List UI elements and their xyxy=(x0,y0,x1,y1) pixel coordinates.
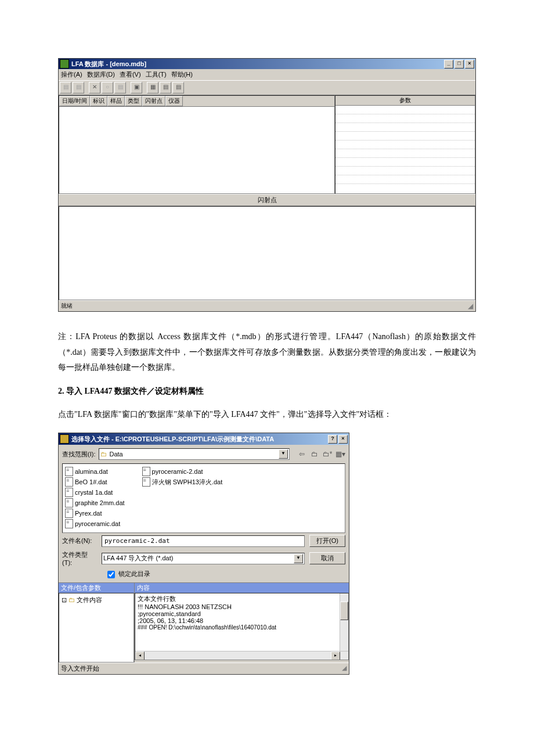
file-item[interactable]: graphite 2mm.dat xyxy=(65,498,125,508)
col-shot[interactable]: 闪射点 xyxy=(142,96,165,106)
tool-btn-4[interactable]: ○ xyxy=(102,82,113,93)
file-icon xyxy=(65,509,73,518)
filetype-label: 文件类型(T): xyxy=(62,550,97,566)
content-preview[interactable]: 文本文件行数 !!! NANOFLASH 2003 NETZSCH ;pyroc… xyxy=(135,593,349,660)
scroll-right-icon[interactable]: ▸ xyxy=(331,651,340,660)
cancel-button[interactable]: 取消 xyxy=(309,552,345,564)
left-list-pane[interactable]: 日期/时间 标识 样品 类型 闪射点 仪器 xyxy=(59,95,335,194)
maximize-button[interactable]: □ xyxy=(454,60,464,69)
lock-dir-label: 锁定此目录 xyxy=(118,571,150,578)
status-text: 就绪 xyxy=(61,302,73,310)
dlg-statusbar: 导入文件开始 ◢ xyxy=(59,663,349,674)
open-button[interactable]: 打开(O) xyxy=(309,535,345,547)
file-item[interactable]: alumina.dat xyxy=(65,466,125,477)
tool-btn-6[interactable]: ▣ xyxy=(131,82,142,93)
nav-back-icon[interactable]: ⇦ xyxy=(297,449,307,459)
titlebar[interactable]: LFA 数据库 - [demo.mdb] _ □ × xyxy=(59,59,475,69)
chevron-down-icon[interactable]: ▼ xyxy=(279,449,288,459)
scroll-left-icon[interactable]: ◂ xyxy=(135,651,145,660)
window-title: LFA 数据库 - [demo.mdb] xyxy=(71,60,444,69)
menubar: 操作(A) 数据库(D) 查看(V) 工具(T) 帮助(H) xyxy=(59,69,475,80)
filename-label: 文件名(N): xyxy=(62,537,97,545)
menu-help[interactable]: 帮助(H) xyxy=(171,70,193,79)
col-type[interactable]: 类型 xyxy=(125,96,142,106)
dlg-status-text: 导入文件开始 xyxy=(61,664,99,673)
resize-grip[interactable]: ◢ xyxy=(468,302,473,310)
folder-icon: 🗀 xyxy=(68,596,75,603)
file-item[interactable]: crystal 1a.dat xyxy=(65,487,125,498)
chevron-down-icon[interactable]: ▼ xyxy=(294,554,303,563)
help-button[interactable]: ? xyxy=(328,435,337,444)
lookin-value: Data xyxy=(109,451,122,458)
instruction-paragraph: 点击"LFA 数据库"窗口的"数据库"菜单下的"导入 LFA447 文件"，弹出… xyxy=(58,407,476,423)
folder-icon: 🗀 xyxy=(100,451,107,458)
lfa-db-window: LFA 数据库 - [demo.mdb] _ □ × 操作(A) 数据库(D) … xyxy=(58,58,476,312)
import-file-dialog: 选择导入文件 - E:\CPROTEUSHELP-SCRIPT\LFA\示例测量… xyxy=(58,433,349,675)
col-datetime[interactable]: 日期/时间 xyxy=(59,96,90,106)
file-item[interactable]: pyroceramic.dat xyxy=(65,519,125,529)
section-heading-2: 2. 导入 LFA447 数据文件／设定材料属性 xyxy=(58,386,476,397)
lookin-label: 查找范围(I): xyxy=(62,450,95,459)
tool-btn-7[interactable]: ▦ xyxy=(147,82,158,93)
detail-pane[interactable] xyxy=(59,206,475,300)
app-icon xyxy=(60,59,69,69)
file-icon xyxy=(65,477,73,487)
dlg-close-button[interactable]: × xyxy=(338,435,348,444)
resize-grip[interactable]: ◢ xyxy=(342,664,347,673)
file-item[interactable]: pyroceramic-2.dat xyxy=(142,466,223,477)
shot-label: 闪射点 xyxy=(59,194,475,206)
filename-input[interactable]: pyroceramic-2.dat xyxy=(102,535,305,547)
tool-delete[interactable]: ✕ xyxy=(89,82,100,93)
close-button[interactable]: × xyxy=(465,60,474,69)
toolbar: ▤ ▤ ✕ ○ ▤ ▣ ▦ ▤ ▤ xyxy=(59,80,475,95)
file-icon xyxy=(65,519,73,528)
file-item[interactable]: Pyrex.dat xyxy=(65,508,125,519)
file-tree[interactable]: ⊡ 🗀 文件内容 xyxy=(59,593,134,663)
file-icon xyxy=(65,488,73,497)
col-instrument[interactable]: 仪器 xyxy=(165,96,183,106)
col-sample[interactable]: 样品 xyxy=(107,96,125,106)
menu-action[interactable]: 操作(A) xyxy=(61,70,82,79)
menu-database[interactable]: 数据库(D) xyxy=(87,70,115,79)
file-list[interactable]: alumina.dat BeO 1#.dat crystal 1a.dat gr… xyxy=(62,463,345,533)
dlg-title: 选择导入文件 - E:\CPROTEUSHELP-SCRIPT\LFA\示例测量… xyxy=(71,435,328,444)
lookin-combo[interactable]: 🗀 Data ▼ xyxy=(99,448,290,460)
right-panel-header: 内容 xyxy=(135,583,349,593)
dlg-titlebar[interactable]: 选择导入文件 - E:\CPROTEUSHELP-SCRIPT\LFA\示例测量… xyxy=(59,433,349,445)
note-paragraph: 注：LFA Proteus 的数据以 Access 数据库文件（*.mdb）的形… xyxy=(58,329,476,376)
file-icon xyxy=(65,467,73,476)
horizontal-scrollbar[interactable]: ◂ ▸ xyxy=(135,651,348,660)
file-icon xyxy=(142,477,150,487)
file-icon xyxy=(65,498,73,507)
folder-open-icon xyxy=(60,434,69,444)
filetype-combo[interactable]: LFA 447 导入文件 (*.dat) ▼ xyxy=(102,553,305,564)
nav-newfolder-icon[interactable]: 🗀* xyxy=(322,449,333,459)
nav-viewmenu-icon[interactable]: ▦▾ xyxy=(335,449,345,459)
menu-tools[interactable]: 工具(T) xyxy=(146,70,167,79)
params-pane[interactable]: 参数 xyxy=(335,95,475,194)
file-item[interactable]: BeO 1#.dat xyxy=(65,477,125,487)
minimize-button[interactable]: _ xyxy=(444,60,453,69)
file-item[interactable]: 淬火钢 SWPH13淬火.dat xyxy=(142,477,223,487)
tool-btn-9[interactable]: ▤ xyxy=(172,82,184,93)
tool-btn-2[interactable]: ▤ xyxy=(73,82,84,93)
file-icon xyxy=(142,467,150,476)
tool-btn-5[interactable]: ▤ xyxy=(114,82,126,93)
tool-btn-8[interactable]: ▤ xyxy=(160,82,171,93)
menu-view[interactable]: 查看(V) xyxy=(120,70,141,79)
col-id[interactable]: 标识 xyxy=(90,96,107,106)
tool-btn-1[interactable]: ▤ xyxy=(60,82,71,93)
statusbar: 就绪 ◢ xyxy=(59,300,475,311)
left-panel-header: 文件/包含参数 xyxy=(59,583,134,593)
nav-up-icon[interactable]: 🗀 xyxy=(309,449,320,459)
lock-dir-checkbox[interactable] xyxy=(107,571,115,578)
params-header: 参数 xyxy=(335,96,475,106)
vertical-scrollbar[interactable] xyxy=(340,593,348,651)
